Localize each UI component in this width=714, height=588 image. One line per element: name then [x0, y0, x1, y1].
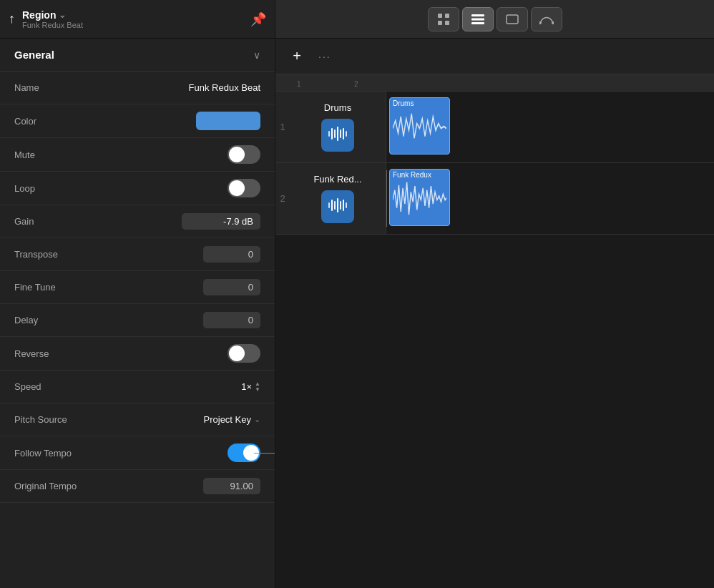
svg-rect-22 — [343, 200, 344, 211]
speed-stepper[interactable]: ▲ ▼ — [255, 381, 260, 393]
title-text: Region — [22, 9, 56, 21]
timeline-ruler: 1 2 — [275, 74, 714, 92]
loop-toggle-knob — [229, 180, 245, 196]
region-title-area: Region ⌄ Funk Redux Beat — [22, 9, 83, 29]
original-tempo-label: Original Tempo — [14, 481, 77, 491]
chevron-down-icon: ∨ — [253, 49, 260, 61]
pin-icon[interactable]: 📌 — [250, 11, 266, 27]
speed-down-arrow[interactable]: ▼ — [255, 387, 260, 393]
mute-toggle[interactable] — [228, 145, 260, 164]
svg-rect-2 — [438, 21, 442, 25]
delay-label: Delay — [14, 315, 38, 325]
svg-rect-5 — [471, 18, 484, 20]
svg-rect-0 — [438, 14, 442, 18]
track-info-2: Funk Red... — [290, 163, 386, 234]
svg-rect-4 — [471, 14, 484, 16]
track-num-1: 1 — [275, 122, 290, 132]
name-value[interactable]: Funk Redux Beat — [189, 82, 260, 93]
speed-value[interactable]: 1× ▲ ▼ — [241, 381, 260, 393]
left-panel: General ∨ Name Funk Redux Beat Color Mut… — [0, 39, 275, 588]
name-row: Name Funk Redux Beat — [0, 72, 275, 104]
track-header-row: + ··· — [275, 39, 714, 74]
loop-label: Loop — [14, 183, 35, 194]
more-options-button[interactable]: ··· — [318, 51, 331, 62]
track-divider — [386, 170, 387, 227]
svg-rect-18 — [331, 200, 333, 211]
general-section-header[interactable]: General ∨ — [0, 39, 275, 72]
svg-rect-16 — [346, 131, 347, 137]
original-tempo-row: Original Tempo 91.00 — [0, 470, 275, 503]
svg-rect-19 — [334, 201, 336, 210]
pitch-source-caret: ⌄ — [254, 415, 260, 424]
svg-rect-17 — [328, 202, 330, 208]
clip-label-funkredux: Funk Redux — [390, 170, 449, 180]
toolbar-curve-btn[interactable] — [531, 7, 562, 31]
pitch-source-val-text: Project Key — [204, 414, 251, 425]
svg-rect-12 — [334, 129, 336, 138]
audio-wave-icon-2 — [327, 197, 348, 217]
speed-label: Speed — [14, 381, 41, 392]
reverse-toggle[interactable] — [228, 344, 260, 363]
pitch-source-value[interactable]: Project Key ⌄ — [204, 414, 260, 425]
follow-tempo-line — [254, 453, 275, 454]
pitch-source-row: Pitch Source Project Key ⌄ — [0, 403, 275, 436]
track-icon-1 — [321, 119, 354, 152]
svg-rect-11 — [331, 128, 333, 139]
transpose-label: Transpose — [14, 249, 58, 260]
tracks-area: 1 Drums — [275, 92, 714, 588]
fine-tune-value[interactable]: 0 — [203, 279, 260, 295]
section-title: General — [14, 49, 54, 61]
svg-point-9 — [552, 21, 554, 24]
svg-rect-15 — [343, 128, 344, 139]
track-name-2: Funk Red... — [313, 174, 361, 185]
original-tempo-value[interactable]: 91.00 — [203, 478, 260, 494]
region-subtitle: Funk Redux Beat — [22, 21, 83, 29]
audio-clip-funkredux[interactable]: Funk Redux — [389, 169, 450, 226]
gain-slider[interactable]: -7.9 dB — [182, 213, 260, 230]
pitch-source-label: Pitch Source — [14, 414, 67, 425]
back-icon[interactable]: ↑ — [9, 11, 15, 26]
toolbar-grid-btn[interactable] — [428, 7, 459, 31]
color-swatch[interactable] — [196, 112, 260, 130]
gain-value: -7.9 dB — [223, 216, 253, 227]
color-label: Color — [14, 116, 36, 127]
fine-tune-label: Fine Tune — [14, 282, 56, 293]
svg-rect-14 — [340, 129, 341, 138]
toolbar-list-btn[interactable] — [462, 7, 494, 31]
svg-rect-21 — [340, 201, 341, 210]
region-title: Region ⌄ — [22, 9, 83, 21]
transpose-value[interactable]: 0 — [203, 246, 260, 263]
audio-clip-drums[interactable]: Drums — [389, 97, 450, 155]
mute-label: Mute — [14, 150, 35, 160]
track-row: 2 Funk Red... — [275, 163, 714, 235]
reverse-label: Reverse — [14, 348, 49, 359]
speed-val-text: 1× — [241, 381, 252, 392]
delay-value[interactable]: 0 — [203, 312, 260, 328]
gain-label: Gain — [14, 216, 34, 227]
svg-rect-1 — [445, 14, 449, 18]
track-content-2: Funk Redux — [386, 163, 714, 234]
svg-rect-13 — [337, 127, 338, 141]
svg-rect-20 — [337, 198, 338, 212]
ruler-mark-1: 1 — [297, 80, 301, 88]
loop-toggle[interactable] — [228, 179, 260, 197]
color-row: Color — [0, 104, 275, 138]
reverse-row: Reverse — [0, 337, 275, 371]
svg-rect-10 — [328, 131, 330, 137]
svg-rect-3 — [445, 21, 449, 25]
svg-rect-23 — [346, 202, 347, 208]
toolbar-rect-btn[interactable] — [497, 7, 528, 31]
svg-point-8 — [539, 21, 542, 24]
reverse-toggle-knob — [229, 346, 245, 361]
top-toolbar: ↑ Region ⌄ Funk Redux Beat 📌 — [0, 0, 714, 39]
track-icon-2 — [321, 190, 354, 223]
audio-wave-icon-1 — [327, 125, 348, 145]
fine-tune-row: Fine Tune 0 — [0, 271, 275, 304]
add-track-button[interactable]: + — [287, 46, 307, 67]
track-name-1: Drums — [324, 102, 351, 113]
mute-row: Mute — [0, 138, 275, 172]
main-content: General ∨ Name Funk Redux Beat Color Mut… — [0, 39, 714, 588]
delay-row: Delay 0 — [0, 304, 275, 337]
loop-row: Loop — [0, 172, 275, 205]
right-toolbar — [275, 0, 714, 38]
